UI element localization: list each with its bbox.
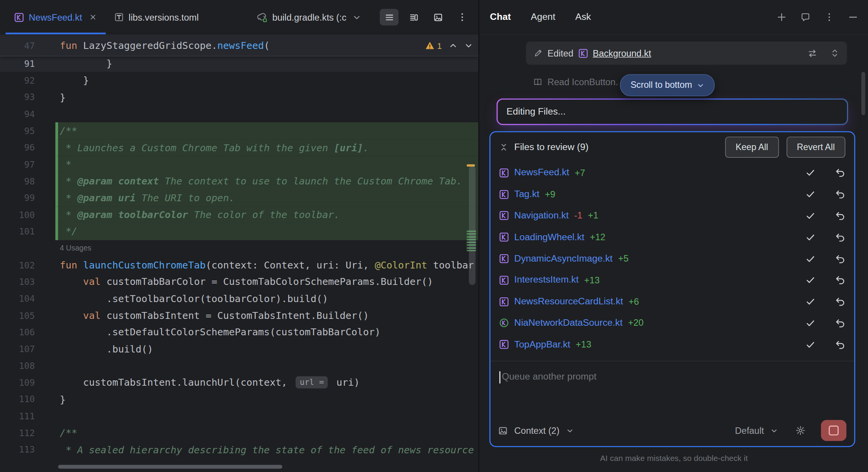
- file-review-row[interactable]: NiaNetworkDataSource.kt+20: [491, 312, 854, 334]
- code-line[interactable]: 113 * A sealed hierarchy describing the …: [0, 441, 478, 458]
- code-line[interactable]: 93}: [0, 89, 478, 106]
- editor-horizontal-scrollbar[interactable]: [58, 465, 282, 469]
- file-review-row[interactable]: NewsResourceCardList.kt+6: [491, 291, 854, 312]
- revert-file-icon[interactable]: [836, 339, 845, 349]
- accept-file-icon[interactable]: [805, 318, 815, 328]
- accept-file-icon[interactable]: [805, 168, 815, 178]
- file-review-row[interactable]: LoadingWheel.kt+12: [491, 226, 854, 248]
- tab-agent[interactable]: Agent: [531, 11, 555, 23]
- file-review-row[interactable]: TopAppBar.kt+13: [491, 334, 854, 355]
- file-link[interactable]: NewsResourceCardList.kt: [514, 296, 623, 307]
- accept-file-icon[interactable]: [805, 297, 815, 307]
- code-line[interactable]: 102fun launchCustomChromeTab(context: Co…: [0, 257, 478, 273]
- chat-vertical-scrollbar[interactable]: [862, 72, 865, 115]
- code-line[interactable]: 103 val customTabBarColor = CustomTabCol…: [0, 273, 478, 290]
- collapse-icon[interactable]: [499, 143, 508, 152]
- tab-newsfeed-kt[interactable]: NewsFeed.kt: [5, 0, 106, 34]
- code-line[interactable]: 94: [0, 106, 478, 123]
- accept-file-icon[interactable]: [805, 232, 815, 242]
- code-line[interactable]: 101 */: [0, 223, 478, 240]
- file-link[interactable]: Tag.kt: [514, 189, 539, 200]
- file-link[interactable]: Navigation.kt: [514, 210, 568, 221]
- show-diff-icon[interactable]: [808, 48, 817, 58]
- code-line[interactable]: 106 .setDefaultColorSchemeParams(customT…: [0, 324, 478, 341]
- hidden-tabs-chevron-icon[interactable]: [353, 13, 361, 21]
- revert-file-icon[interactable]: [836, 232, 845, 242]
- file-link[interactable]: LoadingWheel.kt: [514, 232, 584, 243]
- file-review-row[interactable]: InterestsItem.kt+13: [491, 270, 854, 291]
- new-chat-icon[interactable]: [777, 12, 787, 22]
- hide-panel-icon[interactable]: [848, 12, 858, 22]
- context-selector[interactable]: Context (2): [514, 425, 559, 436]
- code-line[interactable]: 105 val customTabsIntent = CustomTabsInt…: [0, 307, 478, 324]
- file-link[interactable]: DynamicAsyncImage.kt: [514, 253, 612, 264]
- code-line[interactable]: 98 * @param context The context to use t…: [0, 173, 478, 190]
- code-line[interactable]: 111: [0, 408, 478, 425]
- accept-file-icon[interactable]: [805, 189, 815, 199]
- edited-file-card[interactable]: Edited Background.kt: [526, 42, 847, 65]
- accept-file-icon[interactable]: [805, 211, 815, 221]
- revert-file-icon[interactable]: [836, 168, 845, 178]
- code-line[interactable]: 109 customTabsIntent.launchUrl(context, …: [0, 374, 478, 391]
- revert-file-icon[interactable]: [836, 211, 845, 221]
- code-line[interactable]: 96 * Launches a Custom Chrome Tab with t…: [0, 139, 478, 156]
- model-chevron-icon[interactable]: [771, 427, 778, 434]
- code-line[interactable]: 108: [0, 357, 478, 374]
- prompt-input[interactable]: Queue another prompt: [491, 361, 854, 415]
- code-line[interactable]: 104 .setToolbarColor(toolbarColor).build…: [0, 290, 478, 307]
- tab-build-gradle-kts[interactable]: build.gradle.kts (:c: [247, 0, 369, 34]
- tab-chat[interactable]: Chat: [490, 11, 511, 23]
- warning-icon[interactable]: [425, 41, 434, 50]
- file-review-row[interactable]: Navigation.kt-1+1: [491, 205, 854, 226]
- editor-vertical-scrollbar[interactable]: [469, 166, 475, 285]
- code-line[interactable]: 107 .build(): [0, 341, 478, 357]
- read-file-row[interactable]: Read IconButton.: [533, 77, 618, 87]
- revert-file-icon[interactable]: [836, 254, 845, 263]
- code-line[interactable]: 112/**: [0, 425, 478, 441]
- accept-file-icon[interactable]: [805, 254, 815, 263]
- file-review-row[interactable]: NewsFeed.kt+7: [491, 162, 854, 184]
- file-link[interactable]: NiaNetworkDataSource.kt: [514, 318, 622, 329]
- code-line[interactable]: 91 }: [0, 55, 478, 72]
- prev-problem-icon[interactable]: [449, 41, 457, 50]
- editor-list-toggle-button[interactable]: [380, 9, 398, 25]
- context-chevron-icon[interactable]: [566, 427, 573, 434]
- revert-file-icon[interactable]: [836, 297, 845, 307]
- revert-file-icon[interactable]: [836, 275, 845, 285]
- accept-file-icon[interactable]: [805, 339, 815, 349]
- editor-more-button[interactable]: [453, 9, 471, 25]
- next-problem-icon[interactable]: [465, 41, 473, 50]
- accept-file-icon[interactable]: [805, 275, 815, 285]
- chat-history-icon[interactable]: [800, 12, 810, 22]
- structure-view-button[interactable]: [404, 9, 423, 25]
- edited-file-link[interactable]: Background.kt: [593, 48, 651, 58]
- revert-file-icon[interactable]: [836, 318, 845, 328]
- code-line[interactable]: 99 * @param uri The URI to open.: [0, 189, 478, 206]
- attach-image-icon[interactable]: [498, 426, 508, 435]
- chat-more-icon[interactable]: [824, 12, 834, 22]
- file-link[interactable]: NewsFeed.kt: [514, 167, 569, 178]
- close-tab-icon[interactable]: [89, 13, 97, 21]
- code-line[interactable]: 97 *: [0, 156, 478, 173]
- tab-ask[interactable]: Ask: [575, 11, 591, 23]
- scroll-to-bottom-button[interactable]: Scroll to bottom: [620, 74, 715, 96]
- revert-all-button[interactable]: Revert All: [786, 137, 845, 158]
- code-line[interactable]: 110}: [0, 391, 478, 408]
- file-link[interactable]: InterestsItem.kt: [514, 275, 578, 286]
- settings-gear-icon[interactable]: [795, 425, 805, 435]
- code-area[interactable]: 91 }92 }93}9495/**96 * Launches a Custom…: [0, 55, 478, 458]
- model-selector[interactable]: Default: [735, 425, 764, 436]
- stop-button[interactable]: [821, 420, 847, 441]
- expand-card-icon[interactable]: [830, 49, 839, 58]
- file-review-row[interactable]: DynamicAsyncImage.kt+5: [491, 248, 854, 269]
- revert-file-icon[interactable]: [836, 189, 845, 199]
- file-review-row[interactable]: Tag.kt+9: [491, 184, 854, 205]
- preview-button[interactable]: [429, 9, 447, 25]
- code-line[interactable]: 95/**: [0, 123, 478, 139]
- tab-libs-versions-toml[interactable]: libs.versions.toml: [106, 0, 207, 34]
- keep-all-button[interactable]: Keep All: [725, 137, 779, 158]
- code-line[interactable]: 92 }: [0, 72, 478, 89]
- code-line[interactable]: 100 * @param toolbarColor The color of t…: [0, 206, 478, 223]
- usages-hint[interactable]: 4 Usages: [60, 244, 91, 252]
- file-link[interactable]: TopAppBar.kt: [514, 339, 570, 350]
